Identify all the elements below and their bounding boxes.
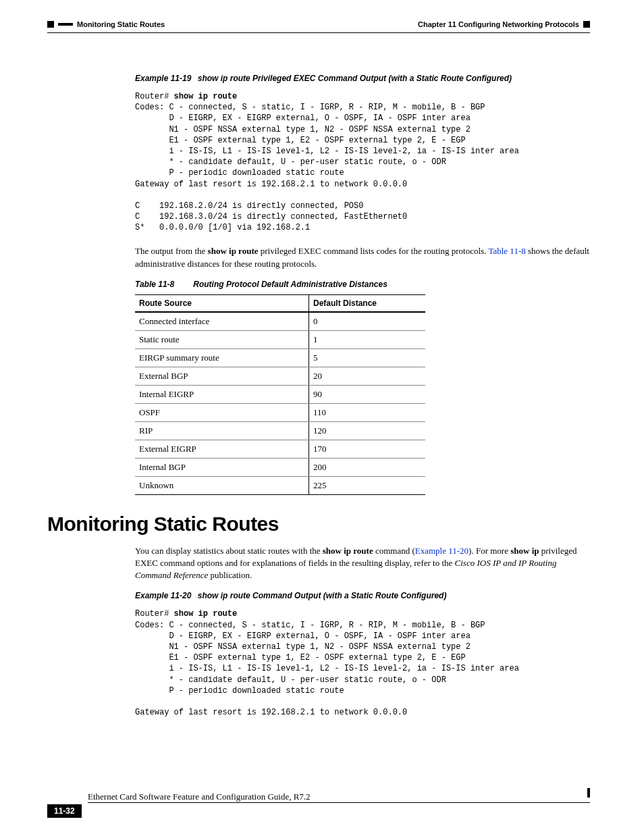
header-left-bar-icon: [58, 23, 73, 26]
footer-rule: [88, 802, 590, 803]
route-source-cell: OSPF: [135, 403, 309, 421]
example-11-20-caption: Example 11-20 show ip route Command Outp…: [135, 591, 590, 600]
default-distance-cell: 1: [309, 330, 426, 348]
example-number: Example 11-19: [135, 74, 195, 83]
header-section-label: Monitoring Static Routes: [77, 20, 165, 28]
route-source-cell: Internal EIGRP: [135, 385, 309, 403]
example-title-text: show ip route Privileged EXEC Command Ou…: [198, 74, 512, 83]
default-distance-cell: 20: [309, 367, 426, 385]
table-header-route-source: Route Source: [135, 294, 309, 312]
cli-body: Codes: C - connected, S - static, I - IG…: [135, 103, 519, 232]
route-source-cell: RIP: [135, 421, 309, 440]
route-source-cell: External BGP: [135, 367, 309, 385]
table-row: Internal EIGRP90: [135, 385, 425, 403]
table-row: Unknown225: [135, 476, 425, 494]
route-source-cell: Unknown: [135, 476, 309, 494]
route-source-cell: Internal BGP: [135, 458, 309, 476]
page-header: Monitoring Static Routes Chapter 11 Conf…: [47, 20, 590, 28]
default-distance-cell: 225: [309, 476, 426, 494]
cli-prompt: Router#: [135, 609, 174, 619]
default-distance-cell: 0: [309, 312, 426, 331]
table-header-default-distance: Default Distance: [309, 294, 426, 312]
page-footer: Ethernet Card Software Feature and Confi…: [47, 791, 590, 818]
default-distance-cell: 90: [309, 385, 426, 403]
cli-command: show ip route: [174, 609, 238, 619]
cli-body: Codes: C - connected, S - static, I - IG…: [135, 621, 519, 718]
table-row: EIRGP summary route5: [135, 348, 425, 367]
table-row: RIP120: [135, 421, 425, 440]
route-source-cell: EIRGP summary route: [135, 348, 309, 367]
table-row: External EIGRP170: [135, 440, 425, 458]
cli-command: show ip route: [174, 92, 238, 101]
example-number: Example 11-20: [135, 591, 195, 600]
route-source-cell: External EIGRP: [135, 440, 309, 458]
section-heading: Monitoring Static Routes: [47, 513, 590, 536]
default-distance-cell: 120: [309, 421, 426, 440]
paragraph-after-example-19: The output from the show ip route privil…: [135, 245, 590, 269]
example-11-20-link[interactable]: Example 11-20: [415, 546, 468, 556]
administrative-distances-table: Route Source Default Distance Connected …: [135, 294, 425, 495]
table-number: Table 11-8: [135, 280, 193, 289]
table-row: OSPF110: [135, 403, 425, 421]
default-distance-cell: 200: [309, 458, 426, 476]
example-title-text: show ip route Command Output (with a Sta…: [198, 591, 447, 600]
footer-guide-title: Ethernet Card Software Feature and Confi…: [88, 791, 590, 802]
default-distance-cell: 170: [309, 440, 426, 458]
page-number: 11-32: [47, 804, 82, 818]
route-source-cell: Connected interface: [135, 312, 309, 331]
example-11-19-caption: Example 11-19 show ip route Privileged E…: [135, 74, 590, 83]
table-row: Static route1: [135, 330, 425, 348]
header-chapter-label: Chapter 11 Configuring Networking Protoc…: [418, 20, 579, 28]
table-row: Connected interface0: [135, 312, 425, 331]
table-row: Internal BGP200: [135, 458, 425, 476]
table-11-8-link[interactable]: Table 11-8: [488, 246, 525, 256]
route-source-cell: Static route: [135, 330, 309, 348]
header-rule: [47, 32, 590, 33]
default-distance-cell: 5: [309, 348, 426, 367]
header-left-marker-icon: [47, 21, 54, 28]
cli-prompt: Router#: [135, 92, 174, 101]
table-11-8-caption: Table 11-8Routing Protocol Default Admin…: [135, 280, 590, 289]
table-row: External BGP20: [135, 367, 425, 385]
table-title: Routing Protocol Default Administrative …: [193, 280, 387, 289]
example-11-19-output: Router# show ip route Codes: C - connect…: [135, 91, 590, 233]
header-right-marker-icon: [583, 21, 590, 28]
paragraph-monitoring-intro: You can display statistics about static …: [135, 545, 590, 582]
example-11-20-output: Router# show ip route Codes: C - connect…: [135, 608, 590, 718]
default-distance-cell: 110: [309, 403, 426, 421]
